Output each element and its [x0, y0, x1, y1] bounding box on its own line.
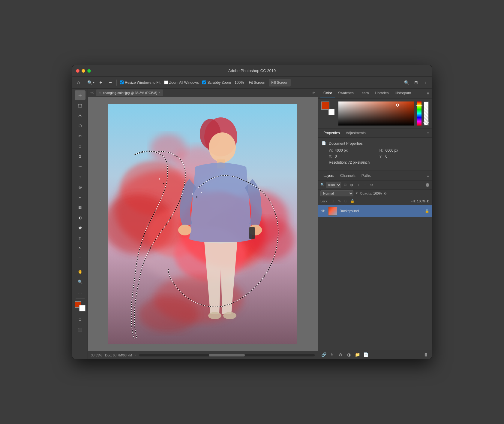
zoom-tool-button[interactable]: 🔍 — [75, 277, 86, 286]
gradient-button[interactable]: ▦ — [75, 203, 86, 212]
share-button[interactable]: ↑ — [422, 78, 430, 87]
path-selection-button[interactable]: ↖ — [75, 244, 86, 253]
maximize-button[interactable] — [87, 69, 91, 73]
view-button[interactable]: ⊞ — [412, 78, 420, 87]
home-button[interactable]: ⌂ — [74, 78, 83, 87]
tab-close[interactable]: ✕ — [99, 91, 101, 94]
zoom-dropdown-button[interactable]: 🔍 ▼ — [87, 78, 95, 87]
fit-screen-button[interactable]: Fit Screen — [246, 79, 268, 86]
adjustments-tab[interactable]: Adjustments — [343, 129, 369, 137]
layer-kind-select[interactable]: Kind — [326, 182, 341, 188]
zoom-all-input[interactable] — [164, 80, 168, 84]
magic-wand-button[interactable]: ⬡ — [75, 121, 86, 131]
stamp-tool-button[interactable]: ⊞ — [75, 172, 86, 182]
alpha-slider[interactable] — [424, 101, 429, 126]
add-mask-button[interactable]: ⊙ — [337, 351, 344, 358]
opacity-dropdown[interactable]: ◐ — [384, 192, 387, 195]
new-layer-button[interactable]: 📄 — [362, 351, 369, 358]
canvas-area: ≪ ✕ changing-color.jpg @ 33.3% (RGB/8) *… — [88, 89, 318, 359]
properties-menu[interactable]: ≡ — [427, 131, 429, 135]
dodge-button[interactable]: ◐ — [75, 213, 86, 223]
layers-menu[interactable]: ≡ — [427, 173, 429, 178]
close-panel-right[interactable]: ≫ — [312, 91, 315, 95]
hue-slider[interactable] — [417, 101, 422, 126]
eraser-button[interactable]: ⬥ — [75, 192, 86, 202]
learn-tab[interactable]: Learn — [357, 89, 372, 98]
more-tools-button[interactable]: … — [75, 287, 86, 297]
fill-screen-button[interactable]: Fill Screen — [269, 79, 291, 86]
layer-name: Background — [340, 209, 422, 213]
document-tab[interactable]: ✕ changing-color.jpg @ 33.3% (RGB/8) * — [96, 89, 163, 96]
layers-tab[interactable]: Layers — [320, 171, 337, 180]
properties-tab[interactable]: Properties — [320, 129, 343, 137]
blend-mode-select[interactable]: Normal — [320, 190, 353, 196]
lock-all[interactable]: 🔒 — [350, 198, 355, 204]
scrollbar-thumb[interactable] — [209, 354, 245, 356]
close-button[interactable] — [76, 69, 80, 73]
shape-filter[interactable]: ◻ — [362, 182, 368, 188]
resize-windows-checkbox[interactable]: Resize Windows to Fit — [118, 80, 162, 85]
fill-row: Fill: 100% ◐ — [411, 199, 429, 203]
text-tool-button[interactable]: T — [75, 233, 86, 243]
pen-tool-button[interactable]: ⬟ — [75, 223, 86, 233]
filter-toggle[interactable] — [426, 183, 429, 187]
status-arrow[interactable]: › — [135, 353, 136, 357]
horizontal-scrollbar[interactable] — [139, 354, 315, 356]
marquee-tool-button[interactable]: ⬚ — [75, 101, 86, 110]
lasso-tool-button[interactable]: ᗑ — [75, 111, 86, 120]
minimize-button[interactable] — [82, 69, 85, 73]
swatches-tab[interactable]: Swatches — [335, 89, 357, 98]
adjustment-filter[interactable]: ◑ — [349, 182, 354, 188]
eyedropper-button[interactable]: ⊡ — [75, 141, 86, 151]
shape-tool-button[interactable]: ◻ — [75, 254, 86, 263]
brush-tool-button[interactable]: ✏ — [75, 162, 86, 171]
paths-tab[interactable]: Paths — [358, 171, 374, 180]
text-filter[interactable]: T — [356, 182, 361, 188]
layer-fx-button[interactable]: fx — [329, 351, 335, 358]
foreground-swatch[interactable] — [321, 101, 329, 110]
crop-tool-button[interactable]: ✂ — [75, 131, 86, 141]
quick-mask-button[interactable]: ⊡ — [75, 315, 86, 324]
scrubby-zoom-input[interactable] — [202, 80, 206, 84]
close-panel-left[interactable]: ≪ — [90, 91, 94, 95]
delete-layer-button[interactable]: 🗑 — [423, 351, 429, 358]
fill-dropdown[interactable]: ◐ — [427, 199, 429, 203]
histogram-tab[interactable]: Histogram — [392, 89, 414, 98]
zoom-out-button[interactable]: − — [106, 78, 115, 87]
thumbnail-image — [328, 207, 337, 215]
zoom-in-button[interactable]: + — [97, 78, 105, 87]
scrubby-zoom-checkbox[interactable]: Scrubby Zoom — [201, 80, 232, 85]
color-panel-menu[interactable]: ≡ — [427, 91, 429, 96]
layer-visibility-toggle[interactable]: 👁 — [320, 208, 326, 214]
pixel-filter[interactable]: ⊞ — [342, 182, 348, 188]
lock-artboards[interactable]: ⬡ — [343, 198, 349, 204]
height-value: 6000 px — [386, 148, 398, 153]
search-button[interactable]: 🔍 — [402, 78, 411, 87]
background-color[interactable] — [79, 305, 86, 311]
color-tab[interactable]: Color — [320, 89, 335, 98]
history-brush-button[interactable]: ◎ — [75, 182, 86, 192]
healing-brush-button[interactable]: ⊠ — [75, 152, 86, 161]
channels-tab[interactable]: Channels — [337, 171, 358, 180]
link-layers-button[interactable]: 🔗 — [320, 351, 327, 358]
resolution-row: Resolution: 72 pixels/inch — [329, 160, 428, 165]
magic-wand-icon: ⬡ — [79, 124, 82, 128]
group-layers-button[interactable]: 📁 — [354, 351, 361, 358]
color-gradient[interactable] — [338, 101, 414, 126]
resize-windows-input[interactable] — [120, 80, 124, 84]
lock-pixels[interactable]: ⊞ — [330, 198, 335, 204]
zoom-all-checkbox[interactable]: Zoom All Windows — [163, 80, 200, 85]
screen-mode-button[interactable]: ⬛ — [75, 325, 86, 335]
dimensions-grid: W: 4000 px H: 6000 px X: 0 Y: — [329, 148, 428, 159]
move-tool-button[interactable]: ✛ — [75, 90, 86, 100]
libraries-tab[interactable]: Libraries — [372, 89, 392, 98]
canvas-viewport[interactable] — [88, 97, 318, 351]
svg-rect-25 — [249, 227, 255, 239]
lock-position[interactable]: ✎ — [337, 198, 342, 204]
hand-tool-button[interactable]: 🤚 — [75, 267, 86, 276]
smart-filter[interactable]: ⊙ — [369, 182, 374, 188]
background-layer[interactable]: 👁 Background 🔒 — [318, 205, 432, 217]
document-props-label: Document Properties — [329, 141, 363, 146]
document-properties-row: 📄 Document Properties — [322, 141, 428, 146]
adjustment-button[interactable]: ◑ — [346, 351, 352, 358]
